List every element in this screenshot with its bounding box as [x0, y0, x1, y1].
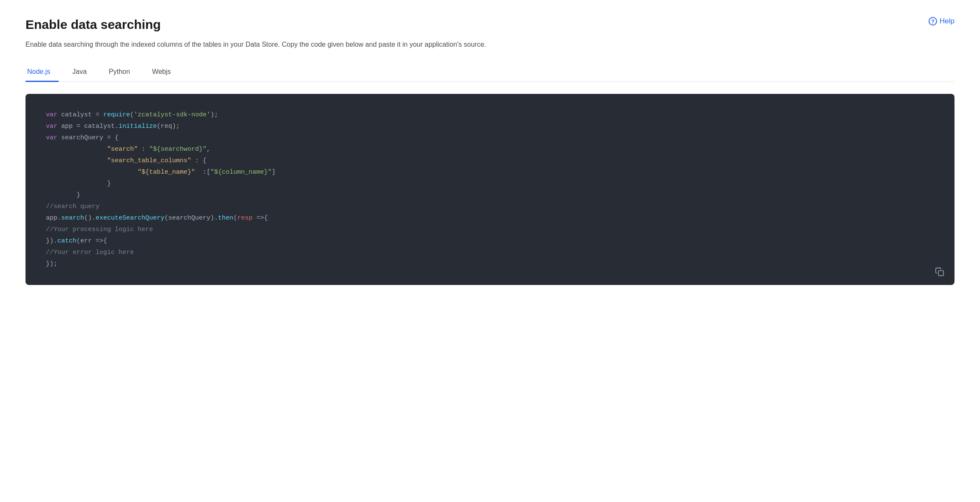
tab-java[interactable]: Java	[71, 64, 95, 82]
tab-python[interactable]: Python	[107, 64, 139, 82]
help-circle-icon: ?	[929, 17, 937, 25]
page-description: Enable data searching through the indexe…	[25, 39, 620, 50]
help-label: Help	[940, 17, 955, 25]
tabs: Node.js Java Python Webjs	[25, 64, 955, 82]
copy-icon[interactable]	[935, 267, 944, 276]
page-title: Enable data searching	[25, 17, 161, 32]
help-link[interactable]: ? Help	[929, 17, 955, 25]
code-block: var catalyst = require('zcatalyst-sdk-no…	[25, 94, 955, 285]
tab-webjs[interactable]: Webjs	[150, 64, 179, 82]
tab-nodejs[interactable]: Node.js	[25, 64, 59, 82]
tabs-container: Node.js Java Python Webjs	[25, 64, 955, 82]
page-header: Enable data searching ? Help	[25, 17, 955, 32]
svg-rect-0	[938, 271, 943, 276]
code-content: var catalyst = require('zcatalyst-sdk-no…	[46, 109, 934, 270]
